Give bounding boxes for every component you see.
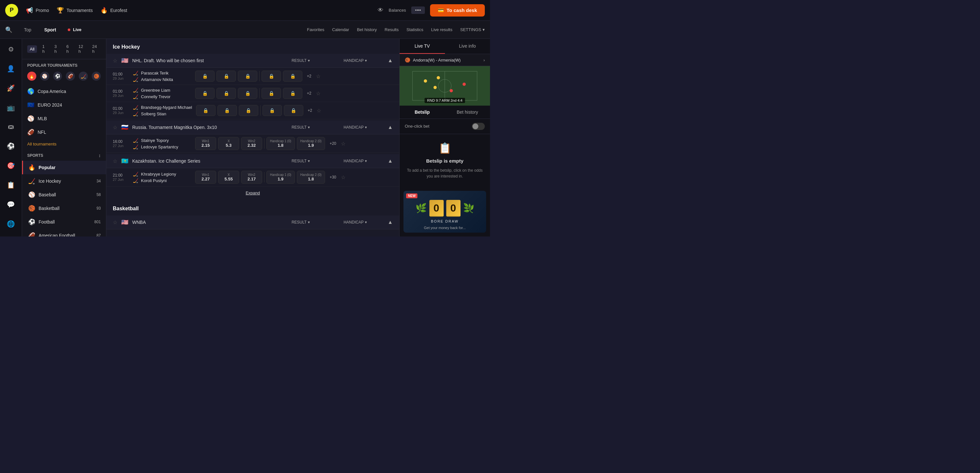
sport-item-icehockey[interactable]: 🏒 Ice Hockey 34 <box>22 174 106 188</box>
odds-x-r1[interactable]: X 5.3 <box>218 137 239 150</box>
promo-card[interactable]: NEW 🌿 0 0 🌿 BORE DRAW Get your money bac… <box>404 191 486 233</box>
more-odds-1[interactable]: +2 <box>304 74 314 78</box>
match-fav-r1[interactable]: ☆ <box>341 141 345 147</box>
sport-item-basketball[interactable]: 🏀 Basketball 93 <box>22 202 106 215</box>
popular-icon-baseball[interactable]: ⚾ <box>40 71 49 81</box>
nav-eurofest[interactable]: 🔥 Eurofest <box>100 7 127 14</box>
odds-btn-3b[interactable]: 🔒 <box>218 105 237 116</box>
kaz-result-label[interactable]: RESULT ▾ <box>292 159 310 163</box>
odds-btn-3c[interactable]: 🔒 <box>239 105 258 116</box>
odds-win1-k1[interactable]: Win1 2.27 <box>195 171 216 184</box>
nav-calendar[interactable]: Calendar <box>332 27 349 32</box>
odds-btn-2a[interactable]: 🔒 <box>195 88 215 99</box>
nhl-collapse-btn[interactable]: ▲ <box>388 58 393 63</box>
sort-icon[interactable]: ↕ <box>99 153 101 158</box>
nhl-result-label[interactable]: RESULT ▾ <box>292 58 310 63</box>
nav-tab-sport[interactable]: Sport <box>43 27 58 32</box>
odds-btn-1d[interactable]: 🔒 <box>261 71 281 82</box>
tournament-mlb[interactable]: ⚾ MLB <box>22 112 106 125</box>
live-tv-select[interactable]: 🏀 Andorra(W) - Armenia(W) › <box>399 54 490 66</box>
sport-item-baseball[interactable]: ⚾ Baseball 58 <box>22 188 106 202</box>
sidebar-icon-target[interactable]: 🎯 <box>4 159 18 172</box>
odds-btn-3a[interactable]: 🔒 <box>196 105 215 116</box>
nav-promo[interactable]: 📢 Promo <box>26 7 49 14</box>
cash-desk-button[interactable]: 💳 To cash desk <box>430 4 485 16</box>
match-fav-1[interactable]: ☆ <box>316 73 320 79</box>
sport-item-american-football[interactable]: 🏈 American Football 87 <box>22 229 106 236</box>
odds-handicap2-r1[interactable]: Handicap 2 (0) 1.9 <box>297 137 325 150</box>
betslip-tab-history[interactable]: Bet history <box>445 106 490 119</box>
match-fav-k1[interactable]: ☆ <box>341 174 345 181</box>
odds-handicap1-r1[interactable]: Handicap 1 (0) 1.8 <box>266 137 295 150</box>
search-icon[interactable]: 🔍 <box>5 26 12 33</box>
nav-bet-history[interactable]: Bet history <box>357 27 377 32</box>
odds-btn-1c[interactable]: 🔒 <box>238 71 257 82</box>
wnba-fav-star[interactable]: ☆ <box>113 219 117 225</box>
russia-handicap-label[interactable]: HANDICAP ▾ <box>344 125 367 130</box>
more-odds-2[interactable]: +2 <box>304 91 314 95</box>
odds-win2-r1[interactable]: Win2 2.32 <box>241 137 262 150</box>
eye-icon[interactable]: 👁 <box>377 7 383 14</box>
odds-btn-2d[interactable]: 🔒 <box>261 88 281 99</box>
sidebar-icon-document[interactable]: 📋 <box>4 178 18 192</box>
time-btn-1h[interactable]: 1 h <box>40 43 49 55</box>
odds-handicap1-k1[interactable]: Handicap 1 (0) 1.9 <box>266 171 295 184</box>
all-tournaments-button[interactable]: All tournaments <box>22 139 106 149</box>
sidebar-icon-user[interactable]: 👤 <box>4 62 18 75</box>
odds-btn-2b[interactable]: 🔒 <box>216 88 236 99</box>
wnba-handicap-label[interactable]: HANDICAP ▾ <box>344 220 367 224</box>
nav-tab-top[interactable]: Top <box>23 27 33 32</box>
odds-btn-2e[interactable]: 🔒 <box>283 88 302 99</box>
odds-btn-3d[interactable]: 🔒 <box>262 105 282 116</box>
popular-icon-rugby[interactable]: 🏈 <box>66 71 75 81</box>
match-fav-2[interactable]: ☆ <box>316 90 320 97</box>
sport-item-football[interactable]: ⚽ Football 801 <box>22 215 106 229</box>
sidebar-icon-globe[interactable]: 🌐 <box>4 217 18 230</box>
expand-button[interactable]: Expand <box>246 190 260 195</box>
sidebar-icon-chat[interactable]: 💬 <box>4 198 18 211</box>
wnba-collapse-btn[interactable]: ▲ <box>388 219 393 225</box>
nav-tournaments[interactable]: 🏆 Tournaments <box>57 7 93 14</box>
right-tab-liveinfo[interactable]: Live info <box>445 39 490 54</box>
odds-btn-2c[interactable]: 🔒 <box>238 88 257 99</box>
sidebar-icon-tv[interactable]: 📺 <box>4 101 18 114</box>
nav-live-results[interactable]: Live results <box>431 27 452 32</box>
nav-results[interactable]: Results <box>385 27 399 32</box>
betslip-tab-betslip[interactable]: Betslip <box>399 106 445 119</box>
nav-favorites[interactable]: Favorites <box>307 27 324 32</box>
popular-icon-basketball[interactable]: 🏀 <box>92 71 101 81</box>
nav-tab-live[interactable]: Live <box>68 27 81 32</box>
nhl-fav-star[interactable]: ☆ <box>113 58 117 64</box>
more-odds-r1[interactable]: +20 <box>327 141 339 146</box>
russia-result-label[interactable]: RESULT ▾ <box>292 125 310 130</box>
more-odds-k1[interactable]: +30 <box>327 175 339 179</box>
odds-win1-r1[interactable]: Win1 2.15 <box>195 137 216 150</box>
settings-button[interactable]: SETTINGS ▾ <box>460 27 485 32</box>
tournament-euro[interactable]: 🇪🇺 EURO 2024 <box>22 98 106 112</box>
time-btn-12h[interactable]: 12 h <box>76 43 87 55</box>
logo[interactable]: P <box>5 4 18 17</box>
odds-btn-1e[interactable]: 🔒 <box>283 71 302 82</box>
sidebar-icon-rocket[interactable]: 🚀 <box>4 82 18 95</box>
popular-icon-hockey[interactable]: 🏒 <box>79 71 88 81</box>
time-btn-6h[interactable]: 6 h <box>64 43 73 55</box>
popular-icon-football[interactable]: 🔥 <box>27 71 36 81</box>
odds-btn-1a[interactable]: 🔒 <box>195 71 215 82</box>
russia-collapse-btn[interactable]: ▲ <box>388 124 393 130</box>
one-click-toggle[interactable] <box>472 123 485 130</box>
odds-btn-1b[interactable]: 🔒 <box>216 71 236 82</box>
odds-handicap2-k1[interactable]: Handicap 2 (0) 1.8 <box>297 171 325 184</box>
more-odds-3[interactable]: +2 <box>305 108 315 113</box>
sidebar-icon-settings[interactable]: ⚙ <box>5 43 16 56</box>
kaz-fav-star[interactable]: ☆ <box>113 158 117 164</box>
wnba-result-label[interactable]: RESULT ▾ <box>292 220 310 224</box>
sport-item-popular[interactable]: 🔥 Popular <box>22 161 106 174</box>
kaz-handicap-label[interactable]: HANDICAP ▾ <box>344 159 367 163</box>
odds-win2-k1[interactable]: Win2 2.17 <box>241 171 262 184</box>
tournament-nfl[interactable]: 🏈 NFL <box>22 125 106 139</box>
time-btn-3h[interactable]: 3 h <box>52 43 61 55</box>
odds-btn-3e[interactable]: 🔒 <box>284 105 303 116</box>
sidebar-icon-tickets[interactable]: 🎟 <box>5 121 17 133</box>
odds-x-k1[interactable]: X 5.55 <box>218 171 239 184</box>
russia-fav-star[interactable]: ☆ <box>113 124 117 130</box>
